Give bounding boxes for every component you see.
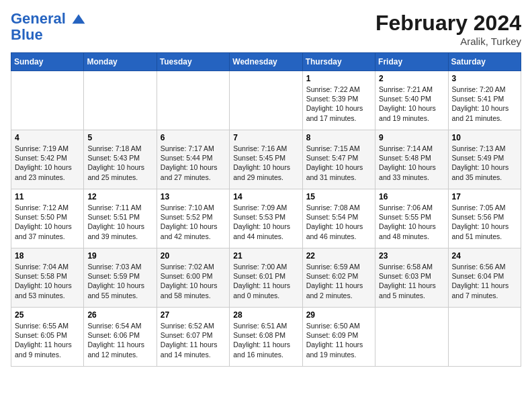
day-cell: 20Sunrise: 7:02 AMSunset: 6:00 PMDayligh… [157, 248, 229, 308]
day-cell: 4Sunrise: 7:19 AMSunset: 5:42 PMDaylight… [11, 130, 84, 189]
day-number: 4 [15, 133, 80, 142]
day-number: 19 [87, 251, 152, 261]
day-number: 14 [233, 192, 298, 201]
day-number: 29 [306, 310, 371, 320]
day-cell: 2Sunrise: 7:21 AMSunset: 5:40 PMDaylight… [375, 71, 448, 130]
logo-text: General [11, 11, 86, 27]
day-info: Sunrise: 7:16 AMSunset: 5:45 PMDaylight:… [233, 144, 298, 182]
col-header-saturday: Saturday [448, 53, 521, 71]
day-number: 21 [233, 251, 298, 261]
day-info: Sunrise: 6:55 AMSunset: 6:05 PMDaylight:… [15, 321, 80, 359]
day-cell: 1Sunrise: 7:22 AMSunset: 5:39 PMDaylight… [302, 71, 375, 130]
day-number: 22 [306, 251, 371, 261]
svg-marker-0 [73, 14, 85, 24]
col-header-wednesday: Wednesday [230, 53, 302, 71]
day-number: 7 [233, 133, 298, 142]
day-cell: 6Sunrise: 7:17 AMSunset: 5:44 PMDaylight… [157, 130, 229, 189]
day-info: Sunrise: 7:03 AMSunset: 5:59 PMDaylight:… [87, 262, 152, 300]
day-info: Sunrise: 7:19 AMSunset: 5:42 PMDaylight:… [15, 144, 80, 182]
day-info: Sunrise: 7:12 AMSunset: 5:50 PMDaylight:… [15, 203, 80, 241]
day-number: 24 [452, 251, 517, 261]
day-info: Sunrise: 7:05 AMSunset: 5:56 PMDaylight:… [452, 203, 517, 241]
day-cell: 25Sunrise: 6:55 AMSunset: 6:05 PMDayligh… [11, 308, 84, 367]
day-info: Sunrise: 7:21 AMSunset: 5:40 PMDaylight:… [379, 85, 444, 123]
day-cell: 11Sunrise: 7:12 AMSunset: 5:50 PMDayligh… [11, 189, 84, 248]
day-cell [157, 71, 229, 130]
day-cell: 9Sunrise: 7:14 AMSunset: 5:48 PMDaylight… [375, 130, 448, 189]
day-number: 16 [379, 192, 444, 201]
day-cell [230, 71, 302, 130]
day-cell [448, 308, 521, 367]
day-number: 26 [87, 310, 152, 320]
day-info: Sunrise: 7:08 AMSunset: 5:54 PMDaylight:… [306, 203, 371, 241]
day-cell [84, 71, 157, 130]
day-cell [11, 71, 84, 130]
day-info: Sunrise: 6:58 AMSunset: 6:03 PMDaylight:… [379, 262, 444, 300]
col-header-tuesday: Tuesday [157, 53, 229, 71]
subtitle: Aralik, Turkey [375, 36, 521, 47]
day-cell: 23Sunrise: 6:58 AMSunset: 6:03 PMDayligh… [375, 248, 448, 308]
day-info: Sunrise: 7:17 AMSunset: 5:44 PMDaylight:… [161, 144, 226, 182]
logo: General Blue [11, 11, 86, 43]
day-cell: 14Sunrise: 7:09 AMSunset: 5:53 PMDayligh… [230, 189, 302, 248]
day-info: Sunrise: 6:56 AMSunset: 6:04 PMDaylight:… [452, 262, 517, 300]
day-number: 15 [306, 192, 371, 201]
day-number: 18 [15, 251, 80, 261]
day-info: Sunrise: 6:50 AMSunset: 6:09 PMDaylight:… [306, 321, 371, 359]
title-block: February 2024 Aralik, Turkey [375, 11, 521, 47]
day-info: Sunrise: 7:13 AMSunset: 5:49 PMDaylight:… [452, 144, 517, 182]
day-cell: 21Sunrise: 7:00 AMSunset: 6:01 PMDayligh… [230, 248, 302, 308]
col-header-sunday: Sunday [11, 53, 84, 71]
day-cell [375, 308, 448, 367]
day-number: 20 [161, 251, 226, 261]
week-row-1: 1Sunrise: 7:22 AMSunset: 5:39 PMDaylight… [11, 71, 521, 130]
col-header-monday: Monday [84, 53, 157, 71]
day-info: Sunrise: 7:20 AMSunset: 5:41 PMDaylight:… [452, 85, 517, 123]
day-info: Sunrise: 7:00 AMSunset: 6:01 PMDaylight:… [233, 262, 298, 300]
day-info: Sunrise: 7:06 AMSunset: 5:55 PMDaylight:… [379, 203, 444, 241]
day-cell: 29Sunrise: 6:50 AMSunset: 6:09 PMDayligh… [302, 308, 375, 367]
day-number: 6 [161, 133, 226, 142]
day-info: Sunrise: 7:04 AMSunset: 5:58 PMDaylight:… [15, 262, 80, 300]
day-number: 5 [87, 133, 152, 142]
day-cell: 27Sunrise: 6:52 AMSunset: 6:07 PMDayligh… [157, 308, 229, 367]
day-info: Sunrise: 7:09 AMSunset: 5:53 PMDaylight:… [233, 203, 298, 241]
page-header: General Blue February 2024 Aralik, Turke… [11, 11, 521, 47]
calendar-table: SundayMondayTuesdayWednesdayThursdayFrid… [11, 52, 521, 367]
day-number: 2 [379, 74, 444, 83]
day-info: Sunrise: 7:15 AMSunset: 5:47 PMDaylight:… [306, 144, 371, 182]
day-cell: 17Sunrise: 7:05 AMSunset: 5:56 PMDayligh… [448, 189, 521, 248]
day-number: 13 [161, 192, 226, 201]
day-info: Sunrise: 7:11 AMSunset: 5:51 PMDaylight:… [87, 203, 152, 241]
day-number: 28 [233, 310, 298, 320]
day-number: 8 [306, 133, 371, 142]
day-cell: 13Sunrise: 7:10 AMSunset: 5:52 PMDayligh… [157, 189, 229, 248]
day-info: Sunrise: 6:54 AMSunset: 6:06 PMDaylight:… [87, 321, 152, 359]
day-info: Sunrise: 6:51 AMSunset: 6:08 PMDaylight:… [233, 321, 298, 359]
day-info: Sunrise: 6:59 AMSunset: 6:02 PMDaylight:… [306, 262, 371, 300]
col-header-thursday: Thursday [302, 53, 375, 71]
day-number: 12 [87, 192, 152, 201]
day-number: 3 [452, 74, 517, 83]
day-cell: 19Sunrise: 7:03 AMSunset: 5:59 PMDayligh… [84, 248, 157, 308]
day-number: 27 [161, 310, 226, 320]
day-number: 25 [15, 310, 80, 320]
day-cell: 12Sunrise: 7:11 AMSunset: 5:51 PMDayligh… [84, 189, 157, 248]
column-headers: SundayMondayTuesdayWednesdayThursdayFrid… [11, 53, 521, 71]
week-row-5: 25Sunrise: 6:55 AMSunset: 6:05 PMDayligh… [11, 308, 521, 367]
day-cell: 26Sunrise: 6:54 AMSunset: 6:06 PMDayligh… [84, 308, 157, 367]
week-row-2: 4Sunrise: 7:19 AMSunset: 5:42 PMDaylight… [11, 130, 521, 189]
day-info: Sunrise: 7:22 AMSunset: 5:39 PMDaylight:… [306, 85, 371, 123]
day-info: Sunrise: 7:14 AMSunset: 5:48 PMDaylight:… [379, 144, 444, 182]
logo-blue: Blue [11, 27, 86, 43]
week-row-3: 11Sunrise: 7:12 AMSunset: 5:50 PMDayligh… [11, 189, 521, 248]
day-number: 23 [379, 251, 444, 261]
day-cell: 16Sunrise: 7:06 AMSunset: 5:55 PMDayligh… [375, 189, 448, 248]
day-cell: 10Sunrise: 7:13 AMSunset: 5:49 PMDayligh… [448, 130, 521, 189]
day-cell: 28Sunrise: 6:51 AMSunset: 6:08 PMDayligh… [230, 308, 302, 367]
day-info: Sunrise: 7:18 AMSunset: 5:43 PMDaylight:… [87, 144, 152, 182]
day-number: 1 [306, 74, 371, 83]
day-info: Sunrise: 7:02 AMSunset: 6:00 PMDaylight:… [161, 262, 226, 300]
col-header-friday: Friday [375, 53, 448, 71]
day-cell: 15Sunrise: 7:08 AMSunset: 5:54 PMDayligh… [302, 189, 375, 248]
